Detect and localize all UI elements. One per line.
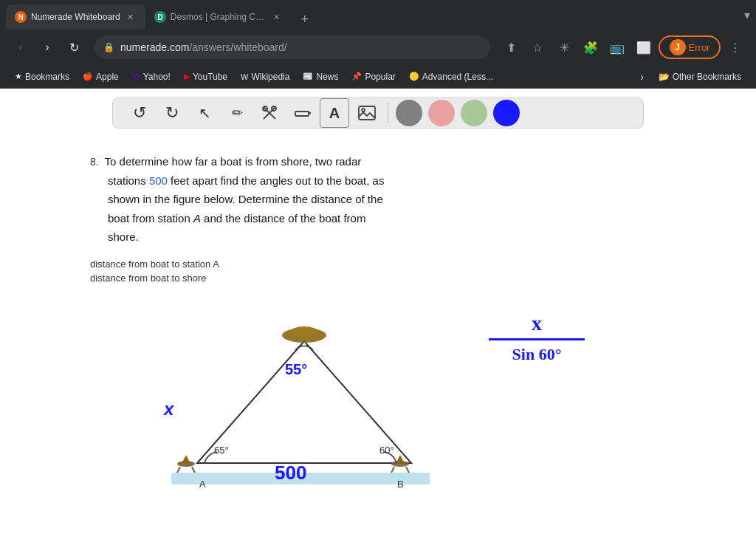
- bookmark-apple[interactable]: 🍎 Apple: [77, 69, 125, 85]
- problem-line4: boat from station A and the distance of …: [108, 212, 365, 225]
- bookmark-bookmarks[interactable]: ★ Bookmarks: [9, 69, 75, 85]
- labels-area: distance from boat to station A distance…: [90, 258, 666, 284]
- lock-icon: 🔒: [103, 42, 114, 52]
- window-button[interactable]: ⬜: [632, 35, 656, 59]
- title-bar: N Numerade Whiteboard ✕ D Desmos | Graph…: [0, 0, 756, 30]
- browser-window: N Numerade Whiteboard ✕ D Desmos | Graph…: [0, 0, 756, 548]
- svg-line-17: [177, 467, 180, 473]
- tab-title-numerade: Numerade Whiteboard: [31, 12, 120, 22]
- bookmark-popular[interactable]: 📌 Popular: [346, 69, 401, 85]
- problem-text: 8. To determine how far a boat is from s…: [90, 152, 666, 247]
- image-tool[interactable]: [352, 98, 382, 128]
- back-button[interactable]: ‹: [9, 35, 32, 59]
- profile-avatar: J: [670, 39, 686, 55]
- formula-container: x Sin 60°: [489, 312, 585, 364]
- content-area: ↺ ↻ ↖ ✏: [0, 89, 756, 548]
- problem-number: 8.: [90, 156, 99, 168]
- tab-close-numerade[interactable]: ✕: [125, 11, 137, 23]
- youtube-icon: ▶: [184, 72, 190, 81]
- color-lightgreen[interactable]: [461, 100, 487, 126]
- select-tool[interactable]: ↖: [190, 98, 219, 128]
- bookmark-advanced-label: Advanced (Less...: [422, 72, 493, 82]
- bookmark-yahoo-label: Yahoo!: [143, 72, 171, 82]
- other-bookmarks-label: Other Bookmarks: [673, 72, 741, 82]
- diagram-svg: 65° 60° A B x 55° 500: [90, 290, 430, 496]
- forward-button[interactable]: ›: [35, 35, 59, 59]
- problem-italic-a: A: [193, 212, 201, 225]
- color-pink[interactable]: [428, 100, 455, 126]
- apple-icon: 🍎: [83, 72, 93, 81]
- label-station: distance from boat to station A: [90, 258, 666, 270]
- formula-numerator: x: [532, 312, 542, 338]
- color-blue[interactable]: [493, 100, 520, 126]
- svg-text:x: x: [162, 399, 175, 419]
- puzzle-button[interactable]: 🧩: [579, 35, 602, 59]
- bookmark-yahoo[interactable]: Y! Yahoo!: [126, 69, 176, 85]
- bookmark-news[interactable]: 📰 News: [297, 69, 344, 85]
- svg-rect-10: [359, 106, 375, 120]
- bookmark-youtube[interactable]: ▶ YouTube: [178, 69, 233, 85]
- advanced-icon: 🟡: [409, 72, 419, 81]
- more-button[interactable]: ⋮: [724, 35, 747, 59]
- svg-text:500: 500: [275, 462, 306, 484]
- bookmark-wikipedia-label: Wikipedia: [251, 72, 289, 82]
- window-controls[interactable]: ▾: [744, 8, 750, 22]
- address-path: /answers/whiteboard/: [189, 41, 286, 53]
- text-tool[interactable]: A: [320, 98, 349, 128]
- profile-button[interactable]: J Error: [659, 35, 721, 59]
- tab-title-desmos: Desmos | Graphing Calculato: [171, 12, 267, 22]
- svg-text:A: A: [199, 479, 206, 490]
- color-gray[interactable]: [396, 100, 422, 126]
- svg-point-14: [291, 326, 317, 337]
- toolbar-divider: [388, 103, 388, 123]
- tab-numerade[interactable]: N Numerade Whiteboard ✕: [6, 4, 145, 30]
- svg-rect-8: [295, 112, 309, 116]
- tabs-area: N Numerade Whiteboard ✕ D Desmos | Graph…: [6, 0, 741, 30]
- other-bookmarks[interactable]: 📂 Other Bookmarks: [653, 69, 747, 85]
- other-bookmarks-icon: 📂: [659, 72, 670, 82]
- tab-desmos[interactable]: D Desmos | Graphing Calculato ✕: [145, 4, 292, 30]
- svg-line-22: [406, 467, 409, 473]
- address-bar[interactable]: 🔒 numerade.com/answers/whiteboard/: [94, 35, 490, 59]
- new-tab-button[interactable]: +: [295, 9, 315, 30]
- bookmark-button[interactable]: ☆: [526, 35, 549, 59]
- svg-point-11: [362, 109, 365, 112]
- profile-error-label: Error: [689, 42, 710, 53]
- whiteboard-toolbar: ↺ ↻ ↖ ✏: [112, 97, 644, 129]
- address-text: numerade.com/answers/whiteboard/: [120, 41, 481, 53]
- annotation-area: x Sin 60°: [489, 297, 585, 364]
- extension1-button[interactable]: ✳: [552, 35, 576, 59]
- diagram-container: 65° 60° A B x 55° 500: [90, 290, 430, 496]
- diagram-area: 65° 60° A B x 55° 500: [90, 290, 666, 496]
- share-button[interactable]: ⬆: [499, 35, 523, 59]
- refresh-button[interactable]: ↻: [62, 35, 86, 59]
- svg-marker-9: [309, 112, 311, 114]
- bookmarks-star-icon: ★: [15, 72, 22, 81]
- problem-highlight: 500: [149, 174, 168, 187]
- bookmarks-bar: ★ Bookmarks 🍎 Apple Y! Yahoo! ▶ YouTube …: [0, 65, 756, 89]
- bookmark-advanced[interactable]: 🟡 Advanced (Less...: [403, 69, 499, 85]
- svg-text:B: B: [397, 479, 404, 490]
- svg-text:N: N: [18, 13, 23, 21]
- svg-line-18: [192, 467, 195, 473]
- yahoo-icon: Y!: [132, 72, 140, 81]
- marker-tool[interactable]: [287, 98, 317, 128]
- pen-tool[interactable]: ✏: [222, 98, 252, 128]
- bookmark-wikipedia[interactable]: W Wikipedia: [235, 69, 295, 85]
- undo-button[interactable]: ↺: [125, 98, 154, 128]
- nav-actions: ⬆ ☆ ✳ 🧩 📺 ⬜ J Error ⋮: [499, 35, 747, 59]
- bookmark-news-label: News: [316, 72, 338, 82]
- tab-close-desmos[interactable]: ✕: [271, 11, 283, 23]
- bookmark-youtube-label: YouTube: [193, 72, 227, 82]
- bookmark-popular-label: Popular: [365, 72, 395, 82]
- wikipedia-icon: W: [241, 72, 248, 81]
- whiteboard-content: 8. To determine how far a boat is from s…: [61, 137, 695, 548]
- problem-line1: To determine how far a boat is from shor…: [105, 155, 362, 168]
- redo-button[interactable]: ↻: [157, 98, 187, 128]
- station-a-icon: [177, 455, 195, 473]
- tools-button[interactable]: [255, 98, 284, 128]
- bookmarks-more-button[interactable]: ›: [633, 68, 651, 86]
- tab-favicon-desmos: D: [154, 11, 166, 23]
- svg-text:55°: 55°: [285, 361, 307, 377]
- cast-button[interactable]: 📺: [605, 35, 629, 59]
